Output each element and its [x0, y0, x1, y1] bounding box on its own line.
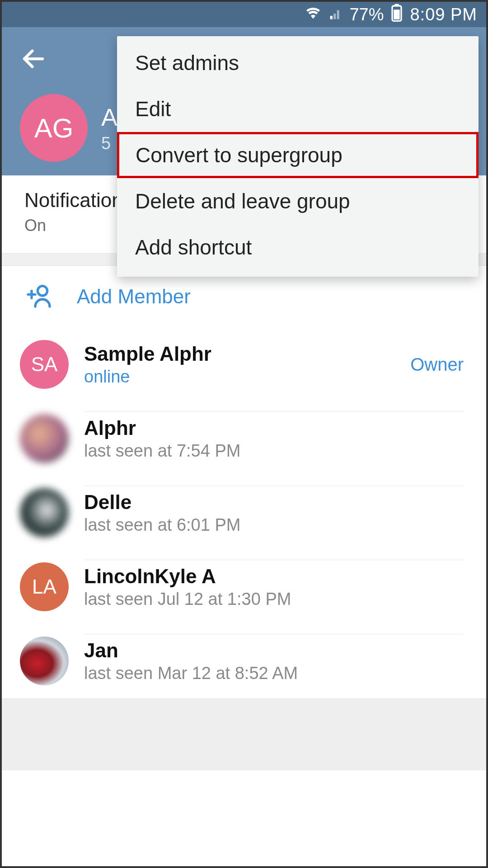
member-status: last seen Jul 12 at 1:30 PM [84, 590, 291, 609]
member-name: Jan [84, 639, 298, 662]
member-name: Alphr [84, 417, 240, 439]
member-name: LincolnKyle A [84, 565, 291, 588]
group-avatar[interactable]: AG [20, 94, 88, 162]
member-name: Sample Alphr [84, 343, 211, 365]
battery-percentage: 77% [349, 5, 384, 24]
menu-item-convert-to-supergroup[interactable]: Convert to supergroup [117, 132, 479, 178]
member-row[interactable]: LALincolnKyle Alast seen Jul 12 at 1:30 … [2, 550, 486, 624]
menu-item-delete-and-leave-group[interactable]: Delete and leave group [117, 178, 479, 224]
svg-rect-2 [394, 9, 400, 19]
member-status: last seen at 6:01 PM [84, 515, 240, 535]
battery-icon [391, 4, 403, 26]
group-title: A [101, 103, 117, 131]
status-bar: 77% 8:09 PM [2, 2, 486, 27]
group-subtitle: 5 [101, 134, 117, 153]
signal-icon [328, 5, 342, 24]
member-avatar [20, 414, 69, 463]
wifi-icon [305, 5, 321, 25]
member-status: last seen Mar 12 at 8:52 AM [84, 664, 298, 683]
menu-item-set-admins[interactable]: Set admins [117, 40, 479, 86]
member-role: Owner [410, 354, 464, 375]
svg-rect-1 [394, 4, 399, 6]
member-row[interactable]: SASample AlphronlineOwner [2, 327, 486, 401]
member-status: online [84, 367, 211, 387]
member-avatar: LA [20, 562, 69, 611]
back-button[interactable] [20, 45, 47, 72]
member-row[interactable]: Janlast seen Mar 12 at 8:52 AM [2, 624, 486, 698]
member-row[interactable]: Alphrlast seen at 7:54 PM [2, 401, 486, 476]
svg-point-4 [38, 286, 47, 296]
add-member-icon [24, 281, 53, 312]
member-avatar [20, 637, 69, 685]
member-avatar [20, 488, 69, 537]
member-name: Delle [84, 491, 240, 514]
clock: 8:09 PM [410, 5, 477, 24]
members-list: SASample AlphronlineOwnerAlphrlast seen … [2, 327, 486, 698]
member-avatar: SA [20, 340, 69, 389]
member-row[interactable]: Dellelast seen at 6:01 PM [2, 476, 486, 550]
options-menu: Set adminsEditConvert to supergroupDelet… [117, 36, 479, 277]
menu-item-edit[interactable]: Edit [117, 86, 479, 132]
menu-item-add-shortcut[interactable]: Add shortcut [117, 224, 479, 270]
member-status: last seen at 7:54 PM [84, 441, 240, 461]
empty-space [2, 698, 486, 770]
add-member-label: Add Member [77, 285, 191, 308]
